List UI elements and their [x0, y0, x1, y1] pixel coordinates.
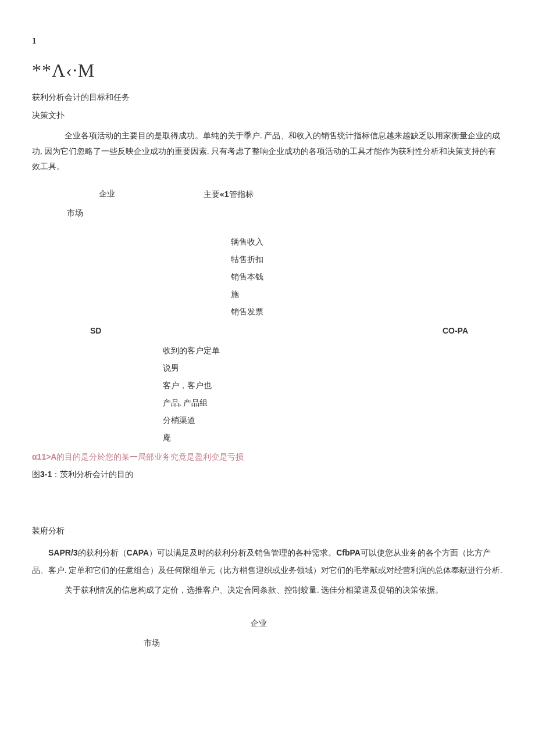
page-number: 1: [32, 35, 503, 47]
center-item: 销售本钱: [231, 268, 503, 286]
diagram-left-list: 收到的客户定单 说男 客户，客户也 产品, 产品组 分梢渠道 庵: [163, 342, 503, 447]
left-item: 收到的客户定单: [163, 342, 503, 360]
diagram-top-right: 主要«1管指标: [204, 185, 254, 203]
left-item: 客户，客户也: [163, 377, 503, 395]
diagram-top-left: 企业: [99, 185, 115, 203]
paragraph-1: 全业各项活动的主要目的是取得成功。单纯的关于季户. 产品、和收入的销售统计指标信…: [32, 128, 503, 175]
section2-heading: 装府分析: [32, 525, 503, 537]
pink-annotation: α11>A的目的是分於您的某一局部业务究竟是盈利变是亏损: [32, 452, 503, 463]
center-item: 辆售收入: [231, 234, 503, 251]
diagram-market-label: 市场: [67, 205, 503, 222]
center-item: 销售发票: [231, 303, 503, 321]
paragraph-2: SAPR/3的获利分析（CAPA）可以满足及时的获利分析及销售管理的各种需求。C…: [32, 544, 503, 579]
center-item: 牯售折扣: [231, 251, 503, 268]
center-item: 施: [231, 286, 503, 303]
diagram-1: 企业 主要«1管指标 市场 辆售收入 牯售折扣 销售本钱 施 销售发票 SD C…: [32, 185, 503, 447]
figure-caption: 图3-1：茨利分析会计的目的: [32, 469, 503, 481]
bottom-center-label: 企业: [15, 618, 503, 629]
left-item: 分梢渠道: [163, 412, 503, 429]
bottom-diagram: 企业 市场: [32, 618, 503, 648]
left-item: 产品, 产品组: [163, 395, 503, 412]
diagram-sd-label: SD: [90, 322, 101, 339]
left-item: 说男: [163, 360, 503, 377]
left-item: 庵: [163, 429, 503, 447]
bottom-market-label: 市场: [144, 637, 503, 649]
heading-main: 获利分析会计的目标和任务: [32, 92, 503, 103]
heading-sub: 决策文扑: [32, 110, 503, 121]
formula: **Λ‹·M: [32, 58, 503, 84]
diagram-center-list: 辆售收入 牯售折扣 销售本钱 施 销售发票: [231, 234, 503, 321]
paragraph-3: 关于获利情况的信息构成了定价，选推客户、决定合同条款、控制蛟量. 选佳分相梁道及…: [32, 582, 503, 599]
diagram-copa-label: CO-PA: [443, 322, 468, 339]
